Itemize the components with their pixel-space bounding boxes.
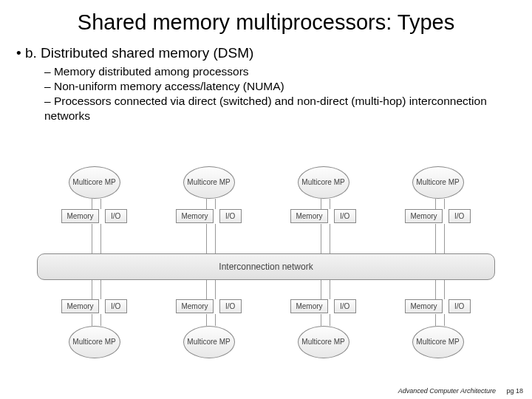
io-box: I/O: [105, 209, 127, 223]
multicore-mp-node: Multicore MP: [183, 326, 235, 358]
mem-io-pair: Memory I/O: [290, 299, 355, 313]
main-bullet: • b. Distributed shared memory (DSM): [0, 39, 532, 64]
row-interconnect: Interconnection network: [37, 253, 495, 280]
sub-bullet: Memory distributed among processors: [44, 64, 532, 79]
memory-box: Memory: [61, 299, 98, 313]
slide-title: Shared memory multiprocessors: Types: [0, 0, 532, 39]
dsm-diagram: Multicore MP Multicore MP Multicore MP M…: [37, 166, 495, 358]
mem-io-pair: Memory I/O: [61, 209, 126, 223]
mem-io-pair: Memory I/O: [405, 209, 470, 223]
multicore-mp-node: Multicore MP: [412, 326, 464, 358]
row-mem-io-bottom: Memory I/O Memory I/O Memory I/O Memory …: [37, 299, 495, 313]
interconnection-network: Interconnection network: [37, 253, 495, 280]
multicore-mp-node: Multicore MP: [69, 166, 120, 199]
mem-io-pair: Memory I/O: [405, 299, 470, 313]
multicore-mp-node: Multicore MP: [69, 326, 120, 358]
memory-box: Memory: [61, 209, 98, 223]
sub-bullet: Processors connected via direct (switche…: [44, 94, 532, 123]
mem-io-pair: Memory I/O: [61, 299, 126, 313]
io-box: I/O: [334, 209, 356, 223]
multicore-mp-node: Multicore MP: [412, 166, 464, 199]
memory-box: Memory: [405, 299, 442, 313]
memory-box: Memory: [176, 299, 213, 313]
io-box: I/O: [449, 209, 471, 223]
multicore-mp-node: Multicore MP: [298, 326, 349, 358]
memory-box: Memory: [290, 299, 327, 313]
io-box: I/O: [334, 299, 356, 313]
slide-footer: Advanced Computer Architecture pg 18: [398, 387, 523, 395]
memory-box: Memory: [405, 209, 442, 223]
memory-box: Memory: [176, 209, 213, 223]
sub-bullet-list: Memory distributed among processors Non-…: [0, 64, 532, 124]
footer-course: Advanced Computer Architecture: [398, 387, 496, 395]
row-processors-bottom: Multicore MP Multicore MP Multicore MP M…: [37, 326, 495, 358]
io-box: I/O: [219, 299, 242, 313]
multicore-mp-node: Multicore MP: [183, 166, 235, 199]
memory-box: Memory: [290, 209, 327, 223]
row-mem-io-top: Memory I/O Memory I/O Memory I/O Memory …: [37, 209, 495, 223]
footer-page-number: 18: [516, 387, 523, 395]
io-box: I/O: [449, 299, 471, 313]
footer-page-prefix: pg: [506, 387, 514, 395]
mem-io-pair: Memory I/O: [176, 209, 241, 223]
mem-io-pair: Memory I/O: [176, 299, 241, 313]
multicore-mp-node: Multicore MP: [298, 166, 349, 199]
mem-io-pair: Memory I/O: [290, 209, 355, 223]
io-box: I/O: [105, 299, 127, 313]
row-processors-top: Multicore MP Multicore MP Multicore MP M…: [37, 166, 495, 199]
io-box: I/O: [219, 209, 242, 223]
sub-bullet: Non-uniform memory access/latency (NUMA): [44, 79, 532, 94]
